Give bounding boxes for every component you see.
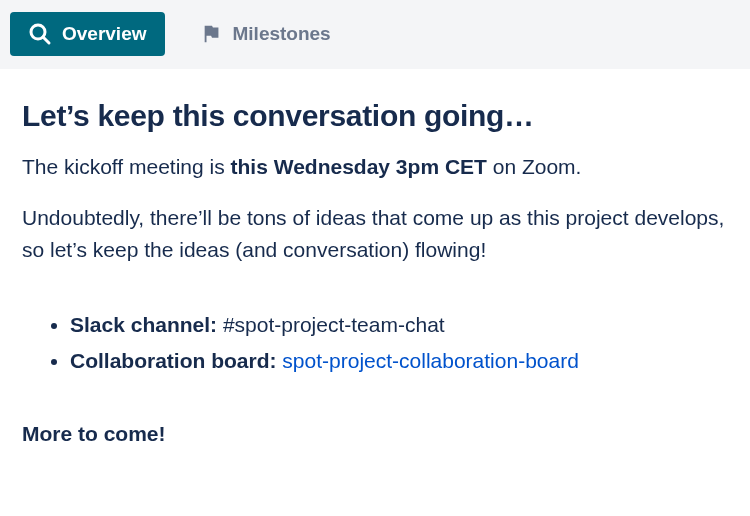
footer-note: More to come! xyxy=(22,422,728,446)
tab-milestones-label: Milestones xyxy=(233,23,331,45)
list-item: Collaboration board: spot-project-collab… xyxy=(70,343,728,380)
content-area: Let’s keep this conversation going… The … xyxy=(0,69,750,466)
intro-bold: this Wednesday 3pm CET xyxy=(231,155,487,178)
collab-link[interactable]: spot-project-collaboration-board xyxy=(282,349,579,372)
collab-label: Collaboration board: xyxy=(70,349,277,372)
list-item: Slack channel: #spot-project-team-chat xyxy=(70,307,728,344)
tab-overview[interactable]: Overview xyxy=(10,12,165,56)
tab-milestones[interactable]: Milestones xyxy=(183,13,349,55)
intro-after: on Zoom. xyxy=(487,155,582,178)
resource-list: Slack channel: #spot-project-team-chat C… xyxy=(22,307,728,381)
flag-icon xyxy=(201,23,223,45)
intro-before: The kickoff meeting is xyxy=(22,155,231,178)
search-icon xyxy=(28,22,52,46)
tab-bar: Overview Milestones xyxy=(0,0,750,69)
page-title: Let’s keep this conversation going… xyxy=(22,99,728,133)
slack-label: Slack channel: xyxy=(70,313,217,336)
body-paragraph: Undoubtedly, there’ll be tons of ideas t… xyxy=(22,202,728,267)
intro-paragraph: The kickoff meeting is this Wednesday 3p… xyxy=(22,151,728,184)
tab-overview-label: Overview xyxy=(62,23,147,45)
svg-line-1 xyxy=(43,37,49,43)
slack-value: #spot-project-team-chat xyxy=(217,313,445,336)
